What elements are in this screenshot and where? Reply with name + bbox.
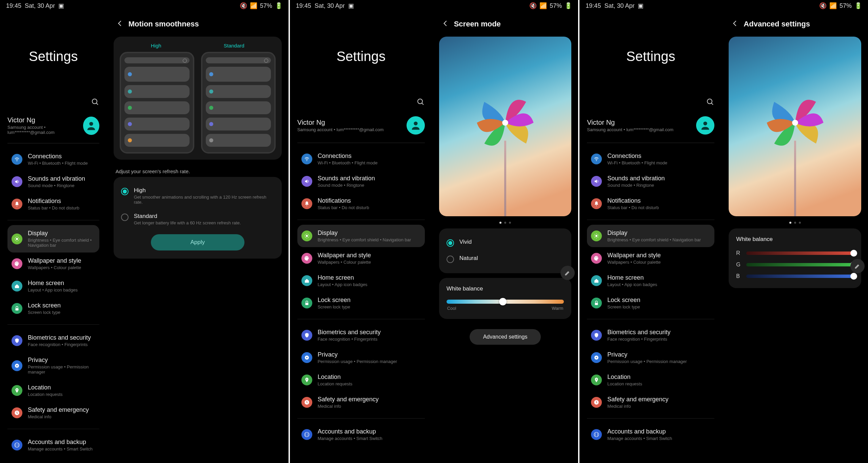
home-icon: [12, 281, 22, 291]
lock-icon: [591, 298, 602, 308]
sidebar-item-privacy[interactable]: PrivacyPermission usage • Permission man…: [587, 346, 714, 369]
status-time: 19:45: [6, 2, 21, 9]
device-mock-high: [120, 52, 194, 154]
svg-line-11: [18, 240, 19, 241]
bell-icon: [591, 198, 602, 209]
sidebar-item-biometrics-and-security[interactable]: Biometrics and securityFace recognition …: [587, 324, 714, 346]
white-balance-card: White balance CoolWarm: [439, 278, 572, 319]
svg-rect-60: [595, 303, 598, 305]
svg-point-46: [596, 160, 597, 161]
sidebar-item-home-screen[interactable]: Home screenLayout • App icon badges: [587, 269, 714, 292]
sidebar-item-notifications[interactable]: NotificationsStatus bar • Do not disturb: [7, 193, 99, 215]
sidebar-item-sounds-and-vibration[interactable]: Sounds and vibrationSound mode • Rington…: [7, 170, 99, 193]
sidebar-item-accounts-and-backup[interactable]: Accounts and backupManage accounts • Sma…: [587, 423, 714, 446]
sidebar-item-home-screen[interactable]: Home screenLayout • App icon badges: [297, 269, 425, 292]
screenshot-icon: ▣: [348, 2, 354, 9]
sidebar-item-connections[interactable]: ConnectionsWi-Fi • Bluetooth • Flight mo…: [587, 148, 714, 170]
sidebar-item-wallpaper-and-style[interactable]: Wallpaper and styleWallpapers • Colour p…: [587, 247, 714, 269]
white-balance-slider[interactable]: [447, 300, 564, 304]
mute-icon: 🔇: [240, 2, 247, 9]
sidebar-item-notifications[interactable]: NotificationsStatus bar • Do not disturb: [587, 193, 714, 215]
svg-point-64: [792, 120, 798, 126]
content-pane: Advanced settings White balance R G: [722, 12, 868, 463]
sidebar-item-connections[interactable]: ConnectionsWi-Fi • Bluetooth • Flight mo…: [297, 148, 425, 170]
svg-line-33: [305, 237, 305, 238]
tab-high[interactable]: High: [151, 43, 161, 48]
wifi-icon: [301, 154, 312, 164]
sidebar-item-wallpaper-and-style[interactable]: Wallpaper and styleWallpapers • Colour p…: [7, 253, 99, 275]
sidebar-item-privacy[interactable]: PrivacyPermission usage • Permission man…: [7, 352, 99, 379]
option-vivid[interactable]: Vivid: [445, 235, 566, 251]
sidebar-item-safety-and-emergency[interactable]: Safety and emergencyMedical info: [297, 391, 425, 414]
svg-line-13: [18, 237, 19, 238]
status-right: 🔇 📶 57% 🔋: [240, 2, 282, 9]
back-button[interactable]: [731, 20, 739, 28]
edit-fab[interactable]: [850, 259, 865, 273]
page-indicator: [729, 220, 861, 228]
search-button[interactable]: [7, 98, 99, 107]
option-high[interactable]: High Get smoother animations and scrolli…: [120, 183, 276, 209]
radio-icon: [121, 188, 129, 195]
sidebar-item-wallpaper-and-style[interactable]: Wallpaper and styleWallpapers • Colour p…: [297, 247, 425, 269]
search-icon: [91, 98, 99, 106]
back-button[interactable]: [116, 20, 124, 28]
sidebar-item-accounts-and-backup[interactable]: Accounts and backupManage accounts • Sma…: [297, 423, 425, 446]
sidebar-item-safety-and-emergency[interactable]: Safety and emergencyMedical info: [587, 391, 714, 414]
option-natural[interactable]: Natural: [445, 251, 566, 267]
advanced-settings-button[interactable]: Advanced settings: [470, 329, 541, 345]
search-button[interactable]: [297, 98, 425, 107]
edit-fab[interactable]: [560, 266, 575, 280]
svg-point-43: [707, 99, 712, 104]
sidebar-item-lock-screen[interactable]: Lock screenScreen lock type: [587, 292, 714, 314]
account-row[interactable]: Victor NgSamsung account • lum*********@…: [297, 114, 425, 143]
sidebar-item-biometrics-and-security[interactable]: Biometrics and securityFace recognition …: [7, 329, 99, 352]
description: Adjust your screen's refresh rate.: [114, 164, 282, 177]
svg-point-2: [89, 122, 93, 125]
sidebar-item-biometrics-and-security[interactable]: Biometrics and securityFace recognition …: [297, 324, 425, 346]
sidebar-item-display[interactable]: DisplayBrightness • Eye comfort shield •…: [587, 225, 714, 247]
tab-standard[interactable]: Standard: [224, 43, 244, 48]
slider-r[interactable]: R: [735, 247, 855, 259]
sidebar-item-safety-and-emergency[interactable]: Safety and emergencyMedical info: [7, 402, 99, 424]
svg-point-59: [597, 258, 598, 258]
sidebar-item-location[interactable]: LocationLocation requests: [297, 369, 425, 391]
sidebar-item-sounds-and-vibration[interactable]: Sounds and vibrationSound mode • Rington…: [587, 170, 714, 193]
svg-point-57: [595, 258, 596, 258]
sidebar-item-location[interactable]: LocationLocation requests: [587, 369, 714, 391]
mode-options-card: Vivid Natural: [439, 228, 572, 273]
option-standard[interactable]: Standard Get longer battery life with a …: [120, 209, 276, 229]
privacy-icon: [12, 360, 22, 371]
accounts-icon: [12, 440, 22, 450]
rgb-card: White balance R G B: [729, 228, 861, 288]
sidebar-item-home-screen[interactable]: Home screenLayout • App icon badges: [7, 275, 99, 297]
sidebar-item-display[interactable]: DisplayBrightness • Eye comfort shield •…: [7, 225, 99, 253]
sidebar-item-lock-screen[interactable]: Lock screenScreen lock type: [297, 292, 425, 314]
page-title: Motion smoothness: [129, 20, 199, 28]
sidebar-item-display[interactable]: DisplayBrightness • Eye comfort shield •…: [297, 225, 425, 247]
svg-line-1: [96, 103, 98, 105]
sidebar-item-connections[interactable]: ConnectionsWi-Fi • Bluetooth • Flight mo…: [7, 148, 99, 170]
apply-button[interactable]: Apply: [151, 234, 244, 250]
sidebar-item-privacy[interactable]: PrivacyPermission usage • Permission man…: [297, 346, 425, 369]
sidebar-item-sounds-and-vibration[interactable]: Sounds and vibrationSound mode • Rington…: [297, 170, 425, 193]
sidebar-item-lock-screen[interactable]: Lock screenScreen lock type: [7, 297, 99, 320]
slider-b[interactable]: B: [735, 270, 855, 282]
svg-point-5: [16, 238, 18, 240]
slider-g[interactable]: G: [735, 259, 855, 270]
person-icon: [85, 120, 97, 132]
sidebar-item-accounts-and-backup[interactable]: Accounts and backupManage accounts • Sma…: [7, 434, 99, 456]
sidebar-item-notifications[interactable]: NotificationsStatus bar • Do not disturb: [297, 193, 425, 215]
search-button[interactable]: [587, 98, 714, 107]
account-row[interactable]: Victor Ng Samsung account • lum*********…: [7, 114, 99, 143]
sidebar-item-location[interactable]: LocationLocation requests: [7, 379, 99, 402]
safety-icon: [591, 397, 602, 408]
svg-point-3: [17, 161, 17, 161]
svg-line-55: [595, 237, 595, 238]
svg-point-24: [307, 160, 307, 161]
account-row[interactable]: Victor NgSamsung account • lum*********@…: [587, 114, 714, 143]
options-card: High Get smoother animations and scrolli…: [114, 177, 282, 259]
sun-icon: [301, 230, 312, 241]
back-button[interactable]: [442, 20, 449, 28]
preview-image: [729, 37, 861, 216]
pencil-icon: [854, 263, 861, 269]
